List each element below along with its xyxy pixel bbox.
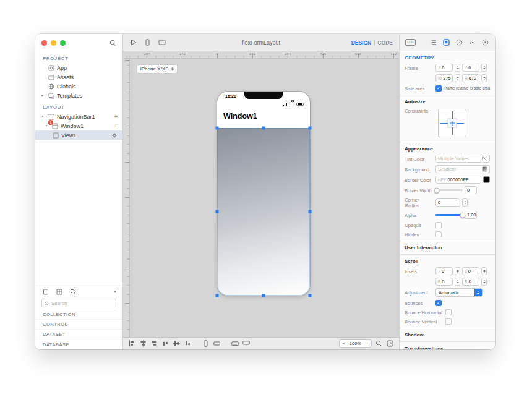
border-width-slider[interactable] (435, 189, 463, 191)
chevron-down-icon[interactable]: ▾ (114, 289, 116, 294)
device-selector[interactable]: iPhone X/XS (137, 64, 178, 74)
keyboard-hide-icon[interactable] (242, 339, 250, 348)
document-icon[interactable] (41, 288, 49, 296)
border-color-field[interactable]: HEX000000FF (435, 176, 481, 184)
tree-item-view-selected[interactable]: View1 (35, 130, 122, 140)
device-portrait-icon[interactable] (202, 339, 210, 348)
adjustment-dropdown[interactable]: Automatic (435, 288, 483, 297)
align-middle-icon[interactable] (173, 339, 181, 348)
gauge-tab-icon[interactable] (455, 38, 463, 46)
inset-bottom-field[interactable]: B0 (435, 278, 453, 286)
bounces-checkbox[interactable]: ✓ (435, 300, 442, 306)
horizontal-ruler: -284 -142 0 142 284 426 568 710 (123, 51, 399, 59)
fit-to-screen-icon[interactable] (386, 339, 394, 348)
tint-color-field[interactable]: Multiple Values (435, 155, 490, 163)
inset-bottom-stepper[interactable] (455, 278, 460, 286)
selection-handle[interactable] (309, 210, 312, 213)
alpha-field[interactable]: 1.00 (465, 211, 477, 219)
iphone-mockup[interactable]: 16:28 Window1 (217, 92, 310, 296)
sidebar-item-assets[interactable]: Assets (35, 72, 122, 82)
disclosure-down-icon[interactable]: ▼ (40, 112, 45, 121)
align-bottom-icon[interactable] (184, 339, 192, 348)
selection-handle[interactable] (309, 127, 312, 130)
selection-handle[interactable] (309, 294, 312, 297)
code-mode-button[interactable]: CODE (377, 40, 393, 46)
search-input[interactable] (51, 301, 113, 306)
shadow-header[interactable]: Shadow (400, 328, 495, 339)
magnifier-icon[interactable] (375, 339, 383, 348)
selection-handle[interactable] (262, 127, 265, 130)
transformations-header[interactable]: Transformations (400, 341, 495, 349)
search-icon[interactable] (109, 40, 116, 46)
tree-item-window[interactable]: ▼ 1 Window1 + (35, 121, 122, 130)
selection-handle[interactable] (216, 210, 219, 213)
library-item-control[interactable]: CONTROL (35, 320, 122, 330)
frame-y-stepper[interactable] (481, 64, 487, 72)
corner-radius-field[interactable]: 0 (435, 198, 460, 207)
library-item-database[interactable]: DATABASE (35, 339, 122, 349)
properties-tab-icon-active[interactable] (442, 38, 450, 46)
sidebar-item-globals[interactable]: Globals (35, 82, 122, 91)
border-color-swatch[interactable] (483, 176, 490, 183)
design-mode-button[interactable]: DESIGN (351, 40, 372, 46)
selection-handle[interactable] (216, 294, 219, 297)
corner-radius-stepper[interactable] (462, 198, 468, 207)
connections-tab-icon[interactable] (468, 38, 476, 46)
inset-top-field[interactable]: T0 (435, 267, 453, 275)
frame-x-field[interactable]: X0 (435, 64, 453, 72)
zoom-in-button[interactable]: + (363, 340, 371, 347)
selection-handle[interactable] (262, 294, 265, 297)
alpha-slider[interactable] (435, 214, 463, 216)
sidebar-item-app[interactable]: App (35, 63, 122, 72)
border-width-field[interactable]: 0 (465, 186, 477, 194)
add-node-button[interactable]: + (114, 123, 118, 129)
frame-x-stepper[interactable] (455, 64, 460, 72)
gear-icon[interactable] (111, 132, 118, 139)
keyboard-icon[interactable] (231, 339, 239, 348)
autosize-widget[interactable] (438, 109, 466, 137)
design-canvas[interactable]: iPhone X/XS 16:28 Window1 (123, 59, 399, 337)
inset-right-field[interactable]: R0 (462, 278, 479, 286)
library-item-collection[interactable]: COLLECTION (35, 310, 122, 320)
outline-tab-icon[interactable] (429, 38, 437, 46)
frame-y-field[interactable]: Y0 (462, 64, 479, 72)
tag-icon[interactable] (69, 288, 77, 296)
align-right-icon[interactable] (150, 339, 158, 348)
minimize-button[interactable] (51, 40, 56, 46)
log-tab[interactable]: LOG (405, 39, 416, 46)
inset-right-stepper[interactable] (481, 278, 487, 286)
align-left-icon[interactable] (128, 339, 136, 348)
hidden-checkbox[interactable] (435, 231, 442, 237)
vertical-ruler (123, 59, 130, 337)
selection-handle[interactable] (216, 127, 219, 130)
library-item-dataset[interactable]: DATASET (35, 330, 122, 339)
inset-left-stepper[interactable] (481, 267, 487, 275)
zoom-out-button[interactable]: - (340, 340, 348, 347)
selected-view-gradient[interactable] (217, 128, 310, 296)
state-tab-icon[interactable] (481, 38, 489, 46)
frame-w-field[interactable]: W375 (435, 74, 453, 82)
bounce-horizontal-checkbox[interactable] (445, 309, 452, 315)
bounce-vertical-checkbox[interactable] (445, 318, 452, 325)
align-top-icon[interactable] (161, 339, 169, 348)
device-preview-icon[interactable] (144, 38, 152, 46)
run-button[interactable] (129, 38, 137, 46)
frame-h-stepper[interactable] (481, 74, 487, 82)
inset-left-field[interactable]: L0 (462, 267, 479, 275)
safe-area-checkbox[interactable]: ✓ (435, 85, 442, 92)
grid-icon[interactable] (55, 288, 63, 296)
tree-item-navigationbar[interactable]: ▼ NavigationBar1 + (35, 112, 122, 121)
zoom-window-button[interactable] (60, 40, 66, 46)
opaque-checkbox[interactable] (435, 222, 442, 228)
device-landscape-icon[interactable] (213, 339, 221, 348)
background-field[interactable]: Gradient (435, 165, 490, 173)
inset-top-stepper[interactable] (455, 267, 460, 275)
tablet-preview-icon[interactable] (158, 38, 166, 46)
frame-h-field[interactable]: H672 (462, 74, 479, 82)
disclosure-right-icon[interactable]: ▶ (40, 91, 45, 100)
frame-w-stepper[interactable] (455, 74, 460, 82)
add-node-button[interactable]: + (114, 114, 118, 120)
close-button[interactable] (41, 40, 47, 46)
sidebar-item-templates[interactable]: ▶ Templates (35, 91, 122, 100)
align-center-horizontal-icon[interactable] (139, 339, 147, 348)
